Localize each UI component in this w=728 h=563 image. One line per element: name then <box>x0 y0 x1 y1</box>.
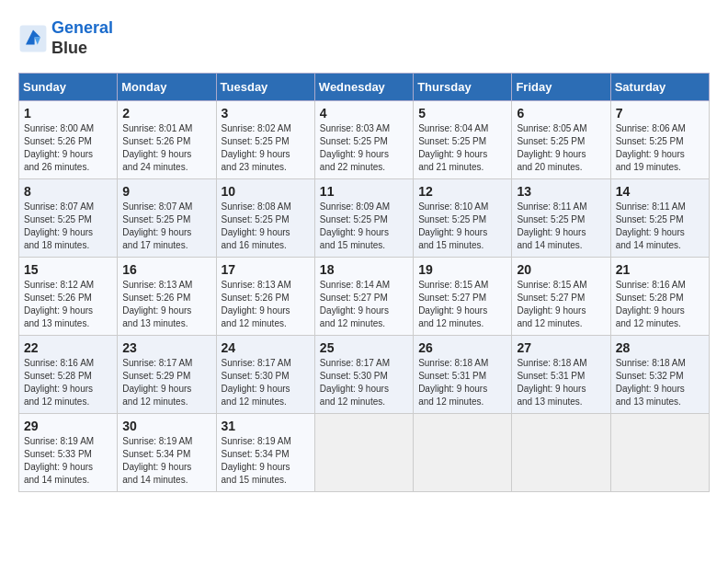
day-info: Sunrise: 8:16 AM Sunset: 5:28 PM Dayligh… <box>24 357 112 408</box>
calendar-cell <box>610 414 709 492</box>
day-number: 24 <box>222 340 310 355</box>
day-number: 20 <box>517 262 605 277</box>
header-cell-thursday: Thursday <box>414 74 512 101</box>
logo-line2: Blue <box>51 39 113 59</box>
calendar-week-5: 29Sunrise: 8:19 AM Sunset: 5:33 PM Dayli… <box>19 414 710 492</box>
day-info: Sunrise: 8:10 AM Sunset: 5:25 PM Dayligh… <box>418 201 506 252</box>
calendar-cell: 2Sunrise: 8:01 AM Sunset: 5:26 PM Daylig… <box>118 101 216 179</box>
calendar-cell <box>414 414 512 492</box>
calendar-cell: 25Sunrise: 8:17 AM Sunset: 5:30 PM Dayli… <box>314 336 413 414</box>
calendar-cell: 27Sunrise: 8:18 AM Sunset: 5:31 PM Dayli… <box>512 336 610 414</box>
calendar-week-2: 8Sunrise: 8:07 AM Sunset: 5:25 PM Daylig… <box>19 179 710 258</box>
day-number: 19 <box>418 262 506 277</box>
calendar-cell: 15Sunrise: 8:12 AM Sunset: 5:26 PM Dayli… <box>19 258 118 336</box>
page-header: General Blue <box>18 18 710 58</box>
calendar-table: SundayMondayTuesdayWednesdayThursdayFrid… <box>18 73 710 492</box>
calendar-header: SundayMondayTuesdayWednesdayThursdayFrid… <box>19 74 710 101</box>
calendar-cell: 18Sunrise: 8:14 AM Sunset: 5:27 PM Dayli… <box>314 258 413 336</box>
day-info: Sunrise: 8:05 AM Sunset: 5:25 PM Dayligh… <box>517 122 605 174</box>
day-number: 17 <box>222 262 310 277</box>
day-info: Sunrise: 8:09 AM Sunset: 5:25 PM Dayligh… <box>320 201 408 252</box>
day-number: 30 <box>122 419 210 433</box>
calendar-cell: 14Sunrise: 8:11 AM Sunset: 5:25 PM Dayli… <box>610 179 709 258</box>
day-info: Sunrise: 8:18 AM Sunset: 5:31 PM Dayligh… <box>517 357 605 408</box>
day-info: Sunrise: 8:15 AM Sunset: 5:27 PM Dayligh… <box>418 279 506 330</box>
calendar-cell: 3Sunrise: 8:02 AM Sunset: 5:25 PM Daylig… <box>216 101 314 179</box>
calendar-week-3: 15Sunrise: 8:12 AM Sunset: 5:26 PM Dayli… <box>19 258 710 336</box>
calendar-cell: 22Sunrise: 8:16 AM Sunset: 5:28 PM Dayli… <box>19 336 118 414</box>
calendar-week-4: 22Sunrise: 8:16 AM Sunset: 5:28 PM Dayli… <box>19 336 710 414</box>
calendar-cell: 21Sunrise: 8:16 AM Sunset: 5:28 PM Dayli… <box>610 258 709 336</box>
header-cell-tuesday: Tuesday <box>216 74 314 101</box>
header-cell-sunday: Sunday <box>19 74 118 101</box>
calendar-cell: 9Sunrise: 8:07 AM Sunset: 5:25 PM Daylig… <box>118 179 216 258</box>
day-number: 21 <box>616 262 704 277</box>
calendar-cell: 8Sunrise: 8:07 AM Sunset: 5:25 PM Daylig… <box>19 179 118 258</box>
day-number: 23 <box>122 340 210 355</box>
header-cell-monday: Monday <box>118 74 216 101</box>
day-info: Sunrise: 8:11 AM Sunset: 5:25 PM Dayligh… <box>616 201 704 252</box>
calendar-cell: 16Sunrise: 8:13 AM Sunset: 5:26 PM Dayli… <box>118 258 216 336</box>
logo: General Blue <box>18 18 113 58</box>
day-info: Sunrise: 8:06 AM Sunset: 5:25 PM Dayligh… <box>616 122 704 174</box>
day-info: Sunrise: 8:02 AM Sunset: 5:25 PM Dayligh… <box>222 122 310 174</box>
day-number: 13 <box>517 184 605 199</box>
day-info: Sunrise: 8:19 AM Sunset: 5:34 PM Dayligh… <box>222 435 310 487</box>
calendar-cell: 7Sunrise: 8:06 AM Sunset: 5:25 PM Daylig… <box>610 101 709 179</box>
calendar-cell: 17Sunrise: 8:13 AM Sunset: 5:26 PM Dayli… <box>216 258 314 336</box>
calendar-cell <box>512 414 610 492</box>
day-info: Sunrise: 8:17 AM Sunset: 5:29 PM Dayligh… <box>122 357 210 408</box>
day-number: 18 <box>320 262 408 277</box>
calendar-cell: 24Sunrise: 8:17 AM Sunset: 5:30 PM Dayli… <box>216 336 314 414</box>
logo-line1: General <box>51 18 113 39</box>
day-info: Sunrise: 8:12 AM Sunset: 5:26 PM Dayligh… <box>24 279 112 330</box>
day-info: Sunrise: 8:08 AM Sunset: 5:25 PM Dayligh… <box>222 201 310 252</box>
header-row: SundayMondayTuesdayWednesdayThursdayFrid… <box>19 74 710 101</box>
day-number: 22 <box>24 340 112 355</box>
day-info: Sunrise: 8:18 AM Sunset: 5:31 PM Dayligh… <box>418 357 506 408</box>
day-number: 3 <box>222 106 310 121</box>
day-info: Sunrise: 8:04 AM Sunset: 5:25 PM Dayligh… <box>418 122 506 174</box>
day-number: 11 <box>320 184 408 199</box>
day-number: 31 <box>222 419 310 433</box>
day-info: Sunrise: 8:19 AM Sunset: 5:34 PM Dayligh… <box>122 435 210 487</box>
day-number: 5 <box>418 106 506 121</box>
day-number: 1 <box>24 106 112 121</box>
header-cell-friday: Friday <box>512 74 610 101</box>
day-number: 8 <box>24 184 112 199</box>
day-info: Sunrise: 8:13 AM Sunset: 5:26 PM Dayligh… <box>222 279 310 330</box>
day-info: Sunrise: 8:00 AM Sunset: 5:26 PM Dayligh… <box>24 122 112 174</box>
day-info: Sunrise: 8:13 AM Sunset: 5:26 PM Dayligh… <box>122 279 210 330</box>
day-number: 4 <box>320 106 408 121</box>
calendar-cell: 28Sunrise: 8:18 AM Sunset: 5:32 PM Dayli… <box>610 336 709 414</box>
calendar-cell: 29Sunrise: 8:19 AM Sunset: 5:33 PM Dayli… <box>19 414 118 492</box>
day-info: Sunrise: 8:18 AM Sunset: 5:32 PM Dayligh… <box>616 357 704 408</box>
day-info: Sunrise: 8:07 AM Sunset: 5:25 PM Dayligh… <box>24 201 112 252</box>
header-cell-saturday: Saturday <box>610 74 709 101</box>
calendar-cell: 26Sunrise: 8:18 AM Sunset: 5:31 PM Dayli… <box>414 336 512 414</box>
calendar-cell: 11Sunrise: 8:09 AM Sunset: 5:25 PM Dayli… <box>314 179 413 258</box>
day-number: 29 <box>24 419 112 433</box>
calendar-cell: 19Sunrise: 8:15 AM Sunset: 5:27 PM Dayli… <box>414 258 512 336</box>
day-number: 7 <box>616 106 704 121</box>
day-info: Sunrise: 8:01 AM Sunset: 5:26 PM Dayligh… <box>122 122 210 174</box>
calendar-cell: 30Sunrise: 8:19 AM Sunset: 5:34 PM Dayli… <box>118 414 216 492</box>
day-number: 12 <box>418 184 506 199</box>
calendar-cell <box>314 414 413 492</box>
calendar-cell: 20Sunrise: 8:15 AM Sunset: 5:27 PM Dayli… <box>512 258 610 336</box>
calendar-cell: 23Sunrise: 8:17 AM Sunset: 5:29 PM Dayli… <box>118 336 216 414</box>
day-info: Sunrise: 8:16 AM Sunset: 5:28 PM Dayligh… <box>616 279 704 330</box>
logo-text: General Blue <box>51 18 113 58</box>
calendar-cell: 4Sunrise: 8:03 AM Sunset: 5:25 PM Daylig… <box>314 101 413 179</box>
header-cell-wednesday: Wednesday <box>314 74 413 101</box>
day-number: 27 <box>517 340 605 355</box>
day-number: 10 <box>222 184 310 199</box>
day-number: 16 <box>122 262 210 277</box>
day-info: Sunrise: 8:14 AM Sunset: 5:27 PM Dayligh… <box>320 279 408 330</box>
day-number: 28 <box>616 340 704 355</box>
day-number: 2 <box>122 106 210 121</box>
calendar-cell: 6Sunrise: 8:05 AM Sunset: 5:25 PM Daylig… <box>512 101 610 179</box>
day-number: 6 <box>517 106 605 121</box>
calendar-cell: 12Sunrise: 8:10 AM Sunset: 5:25 PM Dayli… <box>414 179 512 258</box>
calendar-cell: 1Sunrise: 8:00 AM Sunset: 5:26 PM Daylig… <box>19 101 118 179</box>
